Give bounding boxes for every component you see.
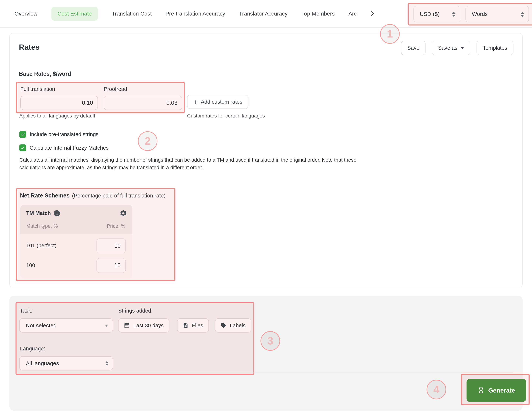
tab-pre-translation-accuracy[interactable]: Pre-translation Accuracy	[165, 11, 225, 17]
match-100-label: 100	[26, 262, 35, 268]
tm-match-title: TM Match	[26, 210, 51, 217]
price-column-header: Price, %	[107, 223, 125, 229]
fuzzy-matches-note: Calculates all internal matches, display…	[19, 156, 368, 171]
tab-top-members[interactable]: Top Members	[301, 11, 335, 17]
page: Overview Cost Estimate Translation Cost …	[0, 0, 532, 416]
net-rate-schemes-heading-row: Net Rate Schemes (Percentage paid of ful…	[20, 192, 165, 199]
card-actions: Save Save as Templates	[401, 41, 513, 55]
tab-translation-cost[interactable]: Translation Cost	[112, 11, 152, 17]
check-icon	[20, 145, 25, 150]
annotation-box-net-rates: Net Rate Schemes (Percentage paid of ful…	[16, 188, 175, 281]
annotation-box-1: USD ($) Words	[408, 3, 532, 26]
tag-icon	[220, 322, 227, 329]
save-as-label: Save as	[438, 45, 457, 51]
annotation-badge-1: 1	[380, 24, 399, 44]
plus-icon: +	[193, 98, 197, 105]
proofread-label: Proofread	[104, 86, 127, 92]
annotation-badge-3: 3	[260, 331, 280, 351]
divider	[19, 372, 513, 373]
report-tabs-bar: Overview Cost Estimate Translation Cost …	[0, 0, 532, 28]
currency-select-value: USD ($)	[420, 11, 440, 17]
net-rate-schemes-heading: Net Rate Schemes	[20, 192, 70, 199]
file-icon	[183, 322, 189, 329]
annotation-box-filters: Task: Not selected Strings added: Last 3…	[16, 302, 254, 375]
check-icon	[20, 132, 25, 137]
annotation-box-base-rates: Full translation Proofread	[16, 82, 185, 113]
custom-rates-caption: Custom rates for certain languages	[187, 113, 265, 119]
divider	[0, 415, 532, 415]
gear-icon[interactable]	[120, 209, 127, 218]
date-range-label: Last 30 days	[133, 322, 164, 329]
tm-match-card: TM Match i Match type, % Price, % 101 (p…	[20, 205, 132, 278]
annotation-badge-2: 2	[138, 131, 157, 151]
tm-match-header: TM Match i Match type, % Price, %	[20, 205, 132, 234]
full-translation-rate-input[interactable]	[20, 96, 98, 110]
report-generator-panel: Task: Not selected Strings added: Last 3…	[9, 295, 522, 411]
updown-caret-icon	[452, 11, 456, 17]
annotation-box-generate: Generate	[461, 374, 530, 405]
internal-fuzzy-label: Calculate Internal Fuzzy Matches	[29, 145, 108, 151]
page-title: Rates	[19, 43, 40, 52]
task-select[interactable]: Not selected	[19, 319, 113, 332]
tab-translator-accuracy[interactable]: Translator Accuracy	[239, 11, 288, 17]
task-label: Task:	[20, 308, 32, 314]
templates-button[interactable]: Templates	[476, 41, 513, 55]
include-pretranslated-label: Include pre-translated strings	[29, 131, 98, 138]
net-rate-schemes-hint: (Percentage paid of full translation rat…	[72, 193, 165, 199]
annotation-badge-4: 4	[427, 380, 446, 399]
generate-label: Generate	[488, 387, 515, 394]
tab-list: Overview Cost Estimate Translation Cost …	[14, 0, 375, 28]
generate-button[interactable]: Generate	[467, 379, 526, 402]
task-select-value: Not selected	[26, 322, 57, 329]
rates-card: Rates Save Save as Templates Base Rates,…	[9, 33, 522, 287]
save-button[interactable]: Save	[401, 41, 426, 55]
dropdown-caret-icon	[105, 324, 108, 326]
labels-filter-label: Labels	[230, 322, 246, 329]
full-translation-label: Full translation	[20, 86, 55, 92]
dropdown-caret-icon	[461, 47, 464, 49]
tm-match-body: 101 (perfect) 100	[20, 234, 132, 278]
tab-overview[interactable]: Overview	[14, 11, 37, 17]
updown-caret-icon	[105, 361, 108, 366]
internal-fuzzy-checkbox[interactable]	[19, 144, 26, 151]
include-pretranslated-checkbox[interactable]	[19, 131, 26, 138]
date-range-button[interactable]: Last 30 days	[118, 319, 169, 332]
language-label: Language:	[20, 346, 45, 352]
save-as-button[interactable]: Save as	[432, 41, 470, 55]
proofread-rate-input[interactable]	[104, 96, 182, 110]
internal-fuzzy-row: Calculate Internal Fuzzy Matches	[19, 144, 108, 151]
strings-added-label: Strings added:	[118, 308, 152, 314]
calendar-icon	[124, 322, 130, 329]
language-select-value: All languages	[26, 360, 59, 367]
add-custom-rates-label: Add custom rates	[201, 99, 242, 105]
unit-select-value: Words	[472, 11, 488, 17]
base-rates-heading: Base Rates, $/word	[19, 71, 71, 77]
files-filter-button[interactable]: Files	[177, 319, 209, 332]
hourglass-icon	[477, 387, 484, 394]
base-rates-caption: Applies to all languages by default	[19, 113, 95, 119]
match-type-column-header: Match type, %	[26, 223, 58, 229]
match-100-price-input[interactable]	[96, 258, 126, 273]
tab-cost-estimate[interactable]: Cost Estimate	[51, 7, 98, 21]
tab-truncated[interactable]: Arc	[348, 11, 361, 17]
labels-filter-button[interactable]: Labels	[215, 319, 251, 332]
include-pretranslated-row: Include pre-translated strings	[19, 131, 98, 138]
add-custom-rates-button[interactable]: + Add custom rates	[187, 95, 249, 109]
save-label: Save	[407, 45, 419, 51]
files-filter-label: Files	[192, 322, 203, 329]
match-101-label: 101 (perfect)	[26, 243, 57, 249]
unit-select[interactable]: Words	[466, 6, 529, 23]
language-select[interactable]: All languages	[19, 356, 113, 370]
updown-caret-icon	[521, 11, 524, 17]
info-icon[interactable]: i	[54, 210, 60, 217]
templates-label: Templates	[483, 45, 507, 51]
currency-select[interactable]: USD ($)	[413, 6, 460, 23]
match-101-price-input[interactable]	[96, 238, 126, 253]
tabs-scroll-right-icon[interactable]	[370, 11, 375, 17]
